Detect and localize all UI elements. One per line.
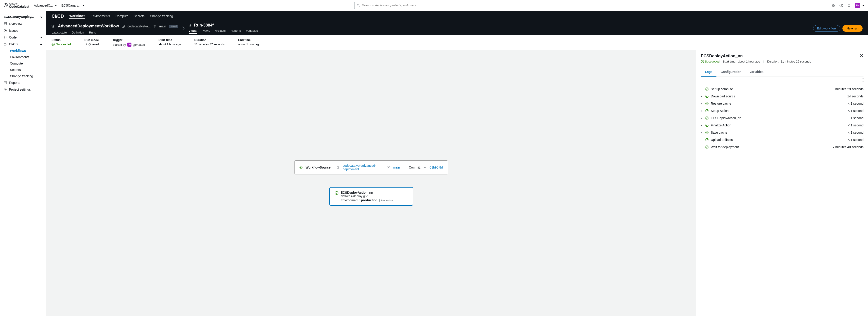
panel-tab-variables[interactable]: Variables	[745, 68, 768, 77]
default-badge: Default	[169, 25, 178, 28]
panel-tab-logs[interactable]: Logs	[701, 68, 716, 77]
log-row[interactable]: ECSDeployAction_nn1 second	[696, 114, 868, 122]
bell-icon[interactable]	[847, 4, 851, 7]
log-row[interactable]: Setup Action< 1 second	[696, 107, 868, 114]
apps-icon[interactable]	[832, 4, 835, 7]
user-menu[interactable]: PM	[855, 3, 864, 8]
overview-icon	[4, 22, 7, 25]
panel-tab-configuration[interactable]: Configuration	[716, 68, 745, 77]
sidebar-item-code[interactable]: Code	[0, 34, 46, 41]
svg-point-20	[4, 3, 7, 7]
gear-icon	[4, 88, 7, 91]
run-icon	[189, 24, 192, 27]
log-row[interactable]: Set up compute3 minutes 29 seconds	[696, 85, 868, 93]
sidebar-sub-workflows[interactable]: Workflows	[0, 48, 46, 54]
tab-environments[interactable]: Environments	[91, 14, 110, 18]
run-tab-artifacts[interactable]: Artifacts	[215, 29, 225, 34]
log-name: Upload artifacts	[711, 138, 733, 142]
sidebar-item-reports[interactable]: Reports	[0, 79, 46, 86]
sidebar-sub-secrets[interactable]: Secrets	[0, 66, 46, 73]
log-duration: 1 second	[850, 116, 864, 120]
caret-down-icon	[862, 5, 864, 6]
logo[interactable]: Amazon CodeCatalyst	[4, 2, 29, 8]
expand-icon	[701, 116, 703, 120]
new-run-button[interactable]: New run	[842, 25, 863, 32]
run-tab-reports[interactable]: Reports	[230, 29, 241, 34]
breadcrumb-space[interactable]: AdvancedC...	[34, 4, 57, 7]
branch-link[interactable]: main	[393, 166, 400, 169]
commit-icon	[424, 166, 427, 169]
sidebar-item-issues[interactable]: Issues	[0, 27, 46, 34]
expand-icon	[701, 109, 703, 113]
log-duration: 7 minutes 40 seconds	[833, 145, 864, 149]
wf-tab-runs[interactable]: Runs	[89, 31, 96, 35]
workflow-source-node[interactable]: WorkflowSource codecatalyst-advanced-dep…	[294, 161, 448, 174]
edit-workflow-button[interactable]: Edit workflow	[813, 25, 840, 32]
tab-secrets[interactable]: Secrets	[134, 14, 144, 18]
check-icon	[52, 43, 55, 46]
code-icon	[4, 36, 7, 39]
branch-icon	[387, 166, 390, 169]
node-title: ECSDeployAction_nn	[341, 191, 373, 194]
breadcrumb-separator	[178, 26, 189, 30]
sidebar-item-project-settings[interactable]: Project settings	[0, 86, 46, 93]
branch-icon	[153, 25, 157, 28]
run-actions: Edit workflow New run	[813, 25, 863, 32]
detail-trigger: Trigger Started byPMgpmattoo	[113, 38, 145, 47]
wf-tab-latest[interactable]: Latest state	[52, 31, 67, 35]
log-row[interactable]: Upload artifacts< 1 second	[696, 136, 868, 143]
log-duration: < 1 second	[848, 131, 864, 134]
log-row[interactable]: Download source14 seconds	[696, 93, 868, 100]
wf-tab-definition[interactable]: Definition	[72, 31, 84, 35]
sidebar-sub-change-tracking[interactable]: Change tracking	[0, 73, 46, 79]
log-row[interactable]: Finalize Action< 1 second	[696, 122, 868, 129]
check-icon	[705, 109, 709, 112]
breadcrumb-project[interactable]: ECSCanary...	[62, 4, 85, 7]
log-name: Restore cache	[711, 102, 731, 105]
repo-link[interactable]: codecatalyst-advanced-deployment	[343, 164, 384, 171]
sidebar-sub-environments[interactable]: Environments	[0, 54, 46, 60]
queue-icon	[84, 43, 87, 46]
log-row[interactable]: Save cache< 1 second	[696, 129, 868, 136]
tab-compute[interactable]: Compute	[116, 14, 128, 18]
search-box[interactable]	[354, 2, 562, 9]
close-panel-button[interactable]	[860, 54, 864, 57]
expand-icon	[701, 94, 703, 98]
run-tab-visual[interactable]: Visual	[189, 29, 197, 34]
panel-more-icon[interactable]	[863, 78, 864, 82]
svg-rect-25	[4, 81, 6, 84]
detail-duration: Duration 11 minutes 37 seconds	[194, 38, 225, 47]
env-badge: Production	[379, 199, 395, 202]
sidebar-item-label: Code	[9, 35, 17, 39]
panel-status: Succeeded	[705, 60, 720, 63]
tab-change-tracking[interactable]: Change tracking	[150, 14, 173, 18]
run-info: Run-3884f Visual YAML Artifacts Reports …	[189, 22, 813, 35]
help-icon[interactable]	[839, 4, 843, 7]
search-input[interactable]	[362, 4, 560, 7]
sidebar-sub-compute[interactable]: Compute	[0, 60, 46, 66]
sidebar-project-header[interactable]: ECSCanaryDeploy...	[0, 13, 46, 20]
tab-workflows[interactable]: Workflows	[69, 14, 85, 19]
ecs-deploy-node[interactable]: ECSDeployAction_nn aws/ecs-deploy@v1 Env…	[329, 187, 413, 206]
workflow-canvas[interactable]: WorkflowSource codecatalyst-advanced-dep…	[46, 50, 696, 316]
run-tab-variables[interactable]: Variables	[246, 29, 258, 34]
run-tab-yaml[interactable]: YAML	[202, 29, 210, 34]
sidebar-item-cicd[interactable]: CI/CD	[0, 41, 46, 48]
log-row[interactable]: Restore cache< 1 second	[696, 100, 868, 107]
commit-link[interactable]: 01b95f8d	[430, 166, 443, 169]
caret-down-icon	[40, 37, 42, 38]
sidebar-item-overview[interactable]: Overview	[0, 20, 46, 27]
avatar: PM	[855, 3, 860, 8]
log-row[interactable]: Wait for deployment7 minutes 40 seconds	[696, 143, 868, 151]
log-duration: 3 minutes 29 seconds	[833, 87, 864, 91]
log-duration: < 1 second	[848, 102, 864, 105]
sidebar: ECSCanaryDeploy... Overview Issues Code …	[0, 11, 46, 316]
check-icon	[335, 191, 338, 195]
cicd-header: CI/CD Workflows Environments Compute Sec…	[46, 11, 868, 35]
log-duration: < 1 second	[848, 109, 864, 113]
log-name: Save cache	[711, 131, 727, 134]
check-icon	[705, 95, 709, 98]
check-icon	[705, 131, 709, 134]
avatar: PM	[127, 42, 131, 47]
log-duration: 14 seconds	[847, 94, 864, 98]
